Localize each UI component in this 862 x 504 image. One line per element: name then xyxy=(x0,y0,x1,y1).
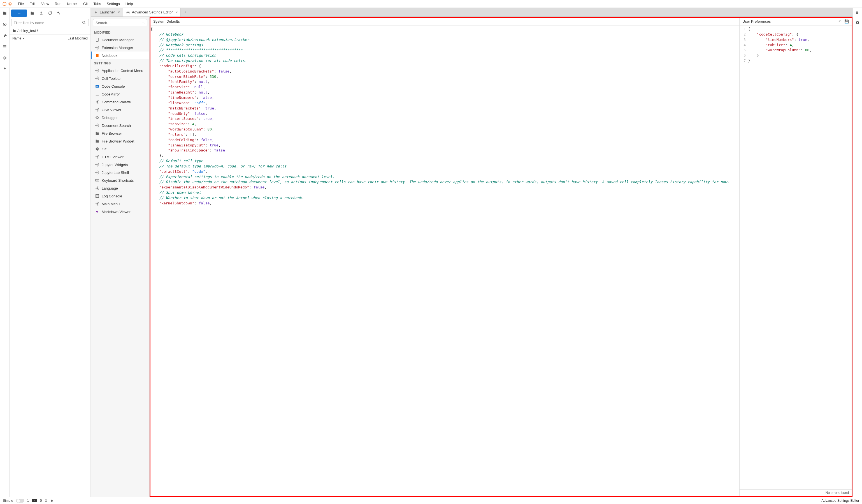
col-modified[interactable]: Last Modified xyxy=(57,35,91,42)
file-filter[interactable] xyxy=(11,19,89,26)
file-list-empty xyxy=(10,42,91,497)
menu-git[interactable]: Git xyxy=(80,1,91,7)
user-header: User Preferences ↶ 💾 xyxy=(740,18,852,26)
gear-icon[interactable]: ⚙ xyxy=(44,499,48,503)
settings-item-code-console[interactable]: Code Console xyxy=(91,82,149,90)
settings-item-notebook[interactable]: Notebook xyxy=(91,52,149,59)
settings-item-document-manager[interactable]: Document Manager xyxy=(91,36,149,44)
left-activity-bar xyxy=(0,8,10,497)
new-folder-icon[interactable] xyxy=(29,10,36,17)
section-modified: MODIFIED xyxy=(91,29,149,36)
toc-icon[interactable] xyxy=(2,44,8,50)
md-icon: M xyxy=(95,210,100,214)
gear-icon xyxy=(95,123,100,128)
svg-rect-16 xyxy=(95,85,99,87)
gear-icon xyxy=(126,10,130,15)
settings-item-jupyter-widgets[interactable]: Jupyter Widgets xyxy=(91,161,149,169)
settings-search[interactable] xyxy=(93,19,147,26)
menu-tabs[interactable]: Tabs xyxy=(91,1,104,7)
menu-help[interactable]: Help xyxy=(123,1,136,7)
user-footer: No errors found xyxy=(740,489,852,496)
svg-rect-4 xyxy=(4,24,5,25)
refresh-icon[interactable] xyxy=(47,10,54,17)
settings-item-html-viewer[interactable]: HTML Viewer xyxy=(91,153,149,161)
settings-item-command-palette[interactable]: Command Palette xyxy=(91,98,149,106)
defaults-header: System Defaults xyxy=(151,18,739,26)
bug-icon xyxy=(95,115,100,120)
settings-item-csv-viewer[interactable]: CSV Viewer xyxy=(91,106,149,114)
folder-icon xyxy=(95,131,100,135)
menu-run[interactable]: Run xyxy=(52,1,64,7)
git-status-icon[interactable]: ◈ xyxy=(50,499,53,503)
undo-icon[interactable]: ↶ xyxy=(838,19,841,24)
settings-item-language[interactable]: Language xyxy=(91,184,149,192)
debugger-icon[interactable] xyxy=(855,21,860,26)
tab-settings[interactable]: Advanced Settings Editor × xyxy=(123,8,181,16)
new-launcher-button[interactable] xyxy=(11,10,27,17)
menu-edit[interactable]: Edit xyxy=(27,1,38,7)
gear-icon xyxy=(95,162,100,167)
settings-item-keyboard-shortcuts[interactable]: Keyboard Shortcuts xyxy=(91,176,149,184)
breadcrumb[interactable]: / shiny_test / xyxy=(10,27,91,35)
tab-add-button[interactable]: + xyxy=(181,8,190,16)
svg-rect-24 xyxy=(95,180,99,182)
settings-item-markdown-viewer[interactable]: MMarkdown Viewer xyxy=(91,208,149,216)
extensions-icon[interactable] xyxy=(2,55,8,61)
breadcrumb-root[interactable]: / xyxy=(17,29,18,33)
settings-item-application-context-menu[interactable]: Application Context Menu xyxy=(91,67,149,75)
svg-point-25 xyxy=(97,188,98,189)
settings-item-extension-manager[interactable]: Extension Manager xyxy=(91,44,149,52)
puzzle-icon[interactable] xyxy=(2,66,8,72)
menu-kernel[interactable]: Kernel xyxy=(64,1,80,7)
user-code-body[interactable]: 1{2 "codeCellConfig": {3 "lineNumbers": … xyxy=(740,26,852,489)
upload-icon[interactable] xyxy=(38,10,45,17)
simple-toggle[interactable] xyxy=(16,499,24,503)
defaults-title: System Defaults xyxy=(153,19,180,24)
settings-item-codemirror[interactable]: CodeMirror xyxy=(91,90,149,98)
settings-item-document-search[interactable]: Document Search xyxy=(91,121,149,129)
menu-settings[interactable]: Settings xyxy=(104,1,123,7)
menu-view[interactable]: View xyxy=(38,1,52,7)
breadcrumb-folder[interactable]: shiny_test / xyxy=(19,29,38,33)
section-settings: SETTINGS xyxy=(91,59,149,67)
status-count-0: 0 xyxy=(40,499,42,503)
settings-item-log-console[interactable]: Log Console xyxy=(91,192,149,200)
settings-item-file-browser[interactable]: File Browser xyxy=(91,129,149,137)
settings-item-debugger[interactable]: Debugger xyxy=(91,114,149,121)
git-pull-icon[interactable] xyxy=(55,10,63,17)
svg-point-0 xyxy=(3,2,6,5)
terminal-chip-icon[interactable]: >_ xyxy=(32,499,37,502)
lines-icon xyxy=(95,92,100,96)
settings-item-git[interactable]: Git xyxy=(91,145,149,153)
defaults-code-body[interactable]: { // Notebook // @jupyterlab/notebook-ex… xyxy=(151,26,739,496)
orbit-icon xyxy=(8,2,12,6)
settings-item-cell-toolbar[interactable]: Cell Toolbar xyxy=(91,75,149,82)
menu-file[interactable]: File xyxy=(15,1,27,7)
settings-item-file-browser-widget[interactable]: File Browser Widget xyxy=(91,137,149,145)
running-icon[interactable] xyxy=(2,21,8,27)
close-icon[interactable]: × xyxy=(176,10,178,14)
gear-icon xyxy=(95,170,100,175)
git-icon xyxy=(95,147,100,151)
folder-icon[interactable] xyxy=(2,10,8,16)
close-icon[interactable]: × xyxy=(118,10,120,14)
property-inspector-icon[interactable] xyxy=(855,10,860,15)
system-defaults-editor: System Defaults { // Notebook // @jupyte… xyxy=(151,18,740,496)
search-icon xyxy=(143,21,145,25)
tab-settings-label: Advanced Settings Editor xyxy=(132,10,173,14)
tab-launcher-label: Launcher xyxy=(100,10,115,14)
settings-search-input[interactable] xyxy=(95,21,143,25)
svg-point-7 xyxy=(83,21,85,24)
save-icon[interactable]: 💾 xyxy=(844,19,849,24)
tab-launcher[interactable]: Launcher × xyxy=(91,8,123,16)
svg-point-8 xyxy=(128,12,129,13)
right-activity-bar xyxy=(852,8,862,497)
settings-item-jupyterlab-shell[interactable]: JupyterLab Shell xyxy=(91,169,149,176)
svg-point-27 xyxy=(97,203,98,204)
jupyter-logo xyxy=(2,2,12,6)
col-name[interactable]: Name▲ xyxy=(10,35,57,42)
git-icon[interactable] xyxy=(2,32,8,39)
file-filter-input[interactable] xyxy=(14,21,82,25)
gear-icon xyxy=(95,202,100,206)
settings-item-main-menu[interactable]: Main Menu xyxy=(91,200,149,208)
